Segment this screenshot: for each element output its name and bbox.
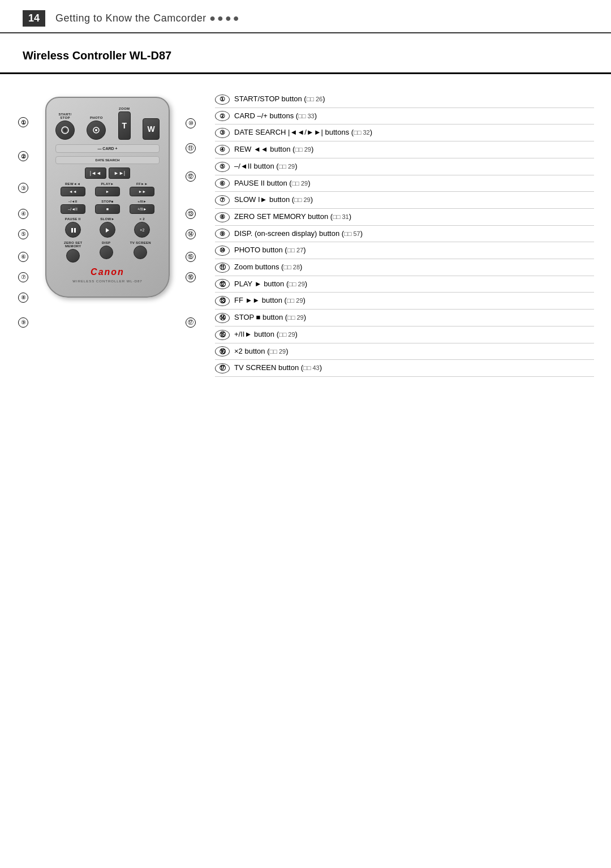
start-stop-button[interactable] bbox=[55, 121, 75, 140]
callout-14: ⑭ bbox=[186, 228, 196, 239]
pause-button[interactable] bbox=[65, 222, 81, 238]
legend-number: ⑪ bbox=[215, 263, 230, 273]
slow-section: SLOW► bbox=[100, 217, 115, 238]
legend-item-10: ⑩PHOTO button (□□ 27) bbox=[215, 242, 594, 259]
stop-button[interactable]: ■ bbox=[95, 204, 120, 214]
legend-text: STOP ■ button (□□ 29) bbox=[234, 312, 306, 323]
legend-number: ⑬ bbox=[215, 296, 230, 306]
legend-text: –/◄II button (□□ 29) bbox=[234, 161, 298, 171]
page-number: 14 bbox=[23, 10, 45, 27]
minus-button[interactable]: –/◄II bbox=[61, 204, 85, 214]
legend-text: REW ◄◄ button (□□ 29) bbox=[234, 144, 313, 154]
date-search-forward-button[interactable]: ►►| bbox=[109, 167, 130, 179]
callout-13: ⑬ bbox=[186, 208, 196, 219]
legend-item-6: ⑥PAUSE II button (□□ 29) bbox=[215, 175, 594, 192]
main-content: ① ② ③ ④ ⑤ ⑥ ⑦ ⑧ ⑨ bbox=[0, 91, 611, 394]
x2-section: × 2 ×2 bbox=[134, 217, 150, 238]
svg-marker-6 bbox=[106, 228, 109, 233]
svg-point-3 bbox=[95, 129, 97, 131]
remote-body: START/STOP PHOTO ZOOM T bbox=[45, 97, 170, 298]
stop-row-section: –/◄II –/◄II STOP■ ■ +/II► +/II► bbox=[55, 200, 160, 214]
callout-12: ⑫ bbox=[186, 170, 196, 182]
legend-number: ① bbox=[215, 94, 230, 105]
callout-1: ① bbox=[18, 117, 28, 127]
legend-number: ⑮ bbox=[215, 330, 230, 340]
callout-11: ⑪ bbox=[186, 142, 196, 153]
legend-text: ZERO SET MEMORY button (□□ 31) bbox=[234, 212, 351, 222]
bottom-buttons-section: ZERO SETMEMORY DISP TV SCREEN bbox=[55, 241, 160, 263]
legend-item-2: ②CARD –/+ buttons (□□ 33) bbox=[215, 108, 594, 125]
legend-item-16: ⑯×2 button (□□ 29) bbox=[215, 343, 594, 360]
page-title: Getting to Know the Camcorder ●●●● bbox=[55, 12, 241, 24]
legend-number: ⑥ bbox=[215, 178, 230, 188]
canon-logo: Canon bbox=[55, 267, 160, 277]
legend-item-3: ③DATE SEARCH |◄◄/►►| buttons (□□ 32) bbox=[215, 124, 594, 141]
ff-section: FF►► ►► bbox=[130, 182, 154, 196]
legend-item-7: ⑦SLOW I► button (□□ 29) bbox=[215, 192, 594, 209]
start-stop-section: START/STOP bbox=[55, 113, 75, 140]
play-button[interactable]: ► bbox=[95, 187, 120, 196]
legend-item-12: ⑫PLAY ► button (□□ 29) bbox=[215, 276, 594, 293]
legend-text: SLOW I► button (□□ 29) bbox=[234, 195, 313, 205]
zoom-button[interactable]: T bbox=[118, 111, 131, 140]
callout-4: ④ bbox=[18, 208, 28, 219]
legend-number: ⑤ bbox=[215, 162, 230, 172]
date-search-label: DATE SEARCH bbox=[55, 156, 160, 164]
callout-3: ③ bbox=[18, 183, 28, 193]
slow-button[interactable] bbox=[100, 222, 115, 238]
legend-item-14: ⑭STOP ■ button (□□ 29) bbox=[215, 310, 594, 326]
legend-item-9: ⑨DISP. (on-screen display) button (□□ 57… bbox=[215, 226, 594, 243]
remote-illustration: ① ② ③ ④ ⑤ ⑥ ⑦ ⑧ ⑨ bbox=[17, 91, 198, 377]
x2-button[interactable]: ×2 bbox=[134, 222, 150, 238]
callout-16: ⑯ bbox=[186, 271, 196, 282]
callout-9: ⑨ bbox=[18, 316, 28, 328]
legend-text: FF ►► button (□□ 29) bbox=[234, 295, 306, 306]
minus-section: –/◄II –/◄II bbox=[61, 200, 85, 214]
plus-button[interactable]: +/II► bbox=[130, 204, 154, 214]
legend-text: PHOTO button (□□ 27) bbox=[234, 245, 306, 255]
stop-section: STOP■ ■ bbox=[95, 200, 120, 214]
legend-text: DATE SEARCH |◄◄/►►| buttons (□□ 32) bbox=[234, 127, 372, 137]
card-bar: — CARD + bbox=[55, 144, 160, 153]
callout-8: ⑧ bbox=[18, 291, 28, 303]
legend-text: +/II► button (□□ 29) bbox=[234, 329, 298, 340]
pause-slow-row: PAUSE II SLOW► × 2 ×2 bbox=[55, 217, 160, 238]
svg-point-1 bbox=[63, 128, 67, 132]
legend-text: START/STOP button (□□ 26) bbox=[234, 94, 325, 104]
callout-17: ⑰ bbox=[186, 316, 196, 328]
legend-text: DISP. (on-screen display) button (□□ 57) bbox=[234, 229, 363, 239]
rew-section: REW◄◄ ◄◄ bbox=[61, 182, 85, 196]
photo-label: PHOTO bbox=[90, 116, 103, 119]
legend-text: Zoom buttons (□□ 28) bbox=[234, 262, 302, 272]
legend-number: ⑭ bbox=[215, 313, 230, 323]
svg-rect-4 bbox=[71, 228, 73, 233]
photo-button[interactable] bbox=[87, 121, 106, 140]
zero-set-button[interactable] bbox=[66, 249, 80, 263]
ff-button[interactable]: ►► bbox=[130, 187, 154, 196]
play-section: PLAY► ► bbox=[95, 182, 120, 196]
rew-button[interactable]: ◄◄ bbox=[61, 187, 85, 196]
disp-button[interactable] bbox=[100, 246, 113, 259]
date-search-section: DATE SEARCH |◄◄ ►►| bbox=[55, 156, 160, 179]
photo-section: PHOTO bbox=[87, 116, 106, 140]
zoom-label: ZOOM bbox=[119, 107, 130, 110]
legend-item-4: ④REW ◄◄ button (□□ 29) bbox=[215, 141, 594, 158]
tv-screen-button[interactable] bbox=[134, 246, 147, 259]
legend-number: ⑫ bbox=[215, 279, 230, 289]
legend-number: ② bbox=[215, 111, 230, 121]
page-header: 14 Getting to Know the Camcorder ●●●● bbox=[0, 0, 611, 33]
date-search-back-button[interactable]: |◄◄ bbox=[85, 167, 106, 179]
legend-item-15: ⑮+/II► button (□□ 29) bbox=[215, 326, 594, 343]
zoom-section: ZOOM T bbox=[118, 107, 131, 140]
legend: ①START/STOP button (□□ 26)②CARD –/+ butt… bbox=[215, 91, 594, 377]
disp-section: DISP bbox=[100, 241, 113, 263]
w-section: W bbox=[143, 109, 160, 140]
pause-section: PAUSE II bbox=[65, 217, 81, 238]
legend-text: PAUSE II button (□□ 29) bbox=[234, 178, 311, 188]
legend-number: ③ bbox=[215, 128, 230, 138]
model-label: WIRELESS CONTROLLER WL-D87 bbox=[55, 280, 160, 283]
w-button[interactable]: W bbox=[143, 118, 160, 140]
legend-text: CARD –/+ buttons (□□ 33) bbox=[234, 111, 317, 121]
plus-section: +/II► +/II► bbox=[130, 200, 154, 214]
legend-number: ⑧ bbox=[215, 212, 230, 222]
